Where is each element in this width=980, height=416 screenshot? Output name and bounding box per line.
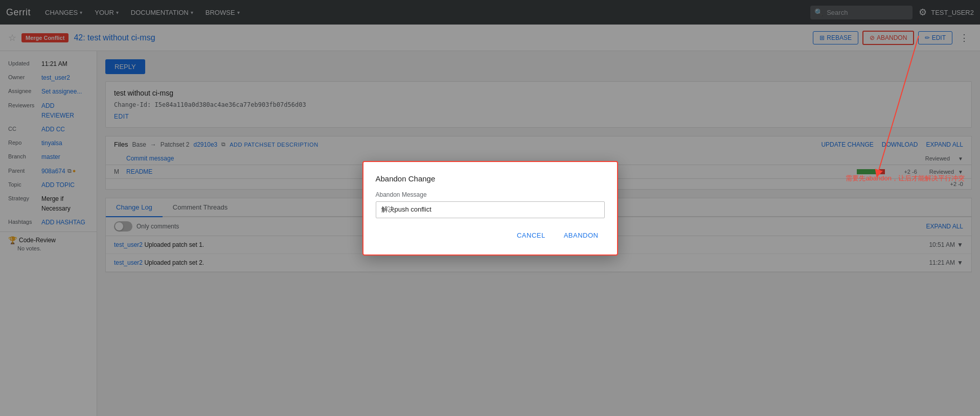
cancel-button[interactable]: CANCEL xyxy=(511,228,552,242)
modal-message-label: Abandon Message xyxy=(376,191,605,198)
abandon-confirm-button[interactable]: ABANDON xyxy=(558,228,605,242)
modal-title: Abandon Change xyxy=(376,174,605,183)
modal-actions: CANCEL ABANDON xyxy=(376,228,605,242)
modal-overlay: 需要先abandon，让后才能解决平行冲突 Abandon Change Aba… xyxy=(0,0,980,416)
abandon-message-input[interactable] xyxy=(376,201,605,218)
abandon-change-modal: Abandon Change Abandon Message CANCEL AB… xyxy=(362,161,618,256)
svg-line-0 xyxy=(878,36,919,174)
annotation-text: 需要先abandon，让后才能解决平行冲突 xyxy=(846,174,965,183)
